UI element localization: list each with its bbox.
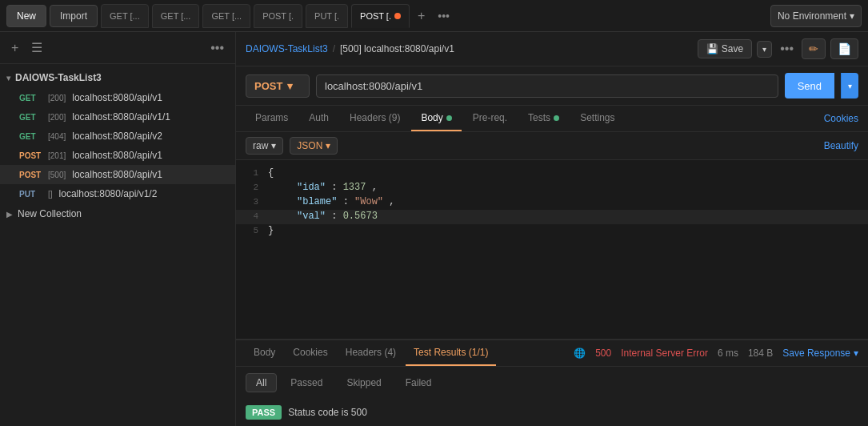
json-comma: , [389, 196, 394, 207]
tab-tests-label: Tests [528, 112, 550, 123]
save-dropdown-button[interactable]: ▾ [757, 41, 772, 58]
tab-params[interactable]: Params [246, 106, 298, 131]
resp-tab-body[interactable]: Body [246, 340, 283, 366]
json-colon: : [331, 182, 342, 193]
json-brace: } [268, 225, 274, 236]
tab-headers[interactable]: Headers (9) [340, 106, 410, 131]
url-input[interactable] [316, 74, 778, 98]
tab-settings[interactable]: Settings [570, 106, 624, 131]
tab-get-2[interactable]: GET [... [152, 4, 200, 28]
save-response-label: Save Response [782, 348, 850, 359]
response-panel: Body Cookies Headers (4) Test Results (1… [236, 340, 868, 426]
resp-tab-cookies-label: Cookies [293, 347, 327, 358]
new-collection-item[interactable]: ▶ New Collection [0, 203, 235, 224]
request-item[interactable]: POST [201] localhost:8080/api/v1 [0, 146, 235, 165]
resp-tab-test-results[interactable]: Test Results (1/1) [406, 340, 496, 366]
code-content: "val" : 0.5673 [268, 211, 858, 222]
edit-button[interactable]: ✏ [802, 38, 826, 59]
filter-failed-label: Failed [406, 377, 432, 388]
json-number: 1337 [343, 182, 366, 193]
env-label: No Environment [778, 10, 846, 22]
pass-badge: PASS [246, 405, 282, 420]
doc-button[interactable]: 📄 [830, 38, 858, 59]
resp-tab-cookies[interactable]: Cookies [285, 340, 335, 366]
code-editor[interactable]: 1 { 2 "ida" : 1337 , 3 [236, 160, 868, 340]
tab-auth[interactable]: Auth [299, 106, 338, 131]
save-button[interactable]: 💾 Save [698, 39, 752, 58]
send-button[interactable]: Send [785, 73, 834, 98]
breadcrumb: DAIOWS-TaskList3 / [500] localhost:8080/… [246, 43, 454, 54]
status-badge: [500] [48, 171, 66, 179]
filter-passed-label: Passed [290, 377, 322, 388]
code-line: 3 "blame" : "Wow" , [236, 195, 868, 210]
save-label: Save [722, 43, 743, 54]
code-content: "ida" : 1337 , [268, 182, 858, 193]
beautify-button[interactable]: Beautify [824, 140, 858, 151]
request-url: localhost:8080/api/v1/2 [59, 188, 158, 199]
request-tabs: Params Auth Headers (9) Body Pre-req. Te… [236, 106, 868, 132]
add-collection-button[interactable]: + [8, 39, 22, 57]
more-tabs-button[interactable]: ••• [433, 10, 454, 22]
more-options-button[interactable]: ••• [777, 38, 797, 59]
tab-get-3[interactable]: GET [... [202, 4, 250, 28]
breadcrumb-collection[interactable]: DAIOWS-TaskList3 [246, 43, 328, 54]
status-code: 500 [595, 348, 611, 359]
collection-header[interactable]: ▾ DAIOWS-TaskList3 [0, 67, 235, 88]
tab-label-2: GET [... [161, 11, 191, 21]
tab-put-1[interactable]: PUT [. [306, 4, 348, 28]
new-button[interactable]: New [6, 5, 46, 27]
request-item[interactable]: PUT [] localhost:8080/api/v1/2 [0, 184, 235, 203]
status-badge: [] [48, 190, 53, 199]
line-number: 1 [246, 168, 258, 178]
indent [268, 182, 291, 193]
sidebar-content: ▾ DAIOWS-TaskList3 GET [200] localhost:8… [0, 64, 235, 426]
send-dropdown-button[interactable]: ▾ [841, 73, 858, 98]
send-label: Send [798, 80, 822, 92]
code-line: 2 "ida" : 1337 , [236, 181, 868, 195]
method-badge: GET [19, 132, 43, 141]
method-label: POST [254, 80, 282, 92]
breadcrumb-current: [500] localhost:8080/api/v1 [340, 43, 454, 54]
code-content: "blame" : "Wow" , [268, 196, 858, 207]
filter-passed[interactable]: Passed [280, 373, 333, 392]
tab-post-1[interactable]: POST [. [254, 4, 302, 28]
method-badge: POST [19, 151, 43, 160]
import-button[interactable]: Import [50, 5, 98, 27]
filter-skipped[interactable]: Skipped [336, 373, 391, 392]
resp-tab-headers-label: Headers (4) [346, 347, 396, 358]
filter-failed[interactable]: Failed [395, 373, 442, 392]
tab-tests[interactable]: Tests [518, 106, 569, 131]
format-label: raw [253, 140, 268, 151]
cookies-link[interactable]: Cookies [824, 113, 858, 124]
json-colon: : [343, 196, 354, 207]
request-item-active[interactable]: POST [500] localhost:8080/api/v1 [0, 165, 235, 184]
request-item[interactable]: GET [200] localhost:8080/api/v1 [0, 88, 235, 107]
body-dot-icon [446, 115, 452, 121]
request-item[interactable]: GET [200] localhost:8080/api/v1/1 [0, 107, 235, 127]
tab-prereq[interactable]: Pre-req. [463, 106, 517, 131]
response-status: 🌐 500 Internal Server Error 6 ms 184 B S… [574, 348, 858, 359]
response-tabs: Body Cookies Headers (4) Test Results (1… [236, 340, 868, 367]
save-response-button[interactable]: Save Response ▾ [782, 348, 858, 359]
filter-all[interactable]: All [246, 373, 277, 392]
resp-tab-headers[interactable]: Headers (4) [338, 340, 404, 366]
json-selector[interactable]: JSON ▾ [290, 137, 338, 155]
environment-selector[interactable]: No Environment ▾ [770, 5, 862, 27]
new-collection-label: New Collection [18, 208, 82, 219]
tab-post-active[interactable]: POST [. [351, 4, 410, 28]
json-string: "Wow" [354, 196, 383, 207]
add-tab-button[interactable]: + [413, 10, 430, 22]
pass-message: Status code is 500 [288, 407, 367, 418]
format-selector[interactable]: raw ▾ [246, 137, 283, 155]
tab-body[interactable]: Body [411, 106, 461, 131]
sidebar-more-button[interactable]: ••• [207, 39, 227, 57]
request-url: localhost:8080/api/v1/1 [72, 111, 170, 123]
filter-all-label: All [256, 377, 266, 388]
line-number: 5 [246, 226, 258, 235]
request-item[interactable]: GET [404] localhost:8080/api/v2 [0, 127, 235, 146]
tab-prereq-label: Pre-req. [473, 112, 507, 123]
tab-get-1[interactable]: GET [... [101, 4, 149, 28]
json-label: JSON [297, 140, 322, 151]
sort-button[interactable]: ☰ [28, 38, 46, 57]
method-selector[interactable]: POST ▾ [246, 74, 310, 98]
